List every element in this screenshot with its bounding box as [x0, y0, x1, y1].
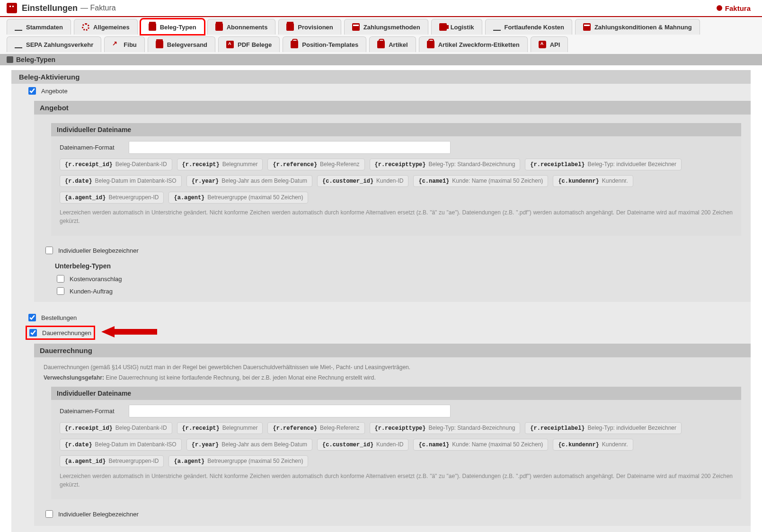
token-code: {a.agent}: [174, 458, 204, 465]
tab-label: Artikel Zweckform-Etiketten: [438, 41, 520, 48]
tab-label: Beleg-Typen: [160, 24, 196, 31]
dauerrechnung-indiv-bez-checkbox[interactable]: [45, 510, 53, 518]
tab-sepa-zahlungsverkehr[interactable]: SEPA Zahlungsverkehr: [7, 36, 101, 52]
token-desc: Beleg-Jahr aus dem Beleg-Datum: [222, 177, 307, 184]
filename-token[interactable]: {a.agent_id}Betreuergruppen-ID: [60, 455, 164, 467]
arrow-icon: [112, 41, 120, 48]
filename-token[interactable]: {a.agent_id}Betreuergruppen-ID: [60, 192, 164, 204]
token-code: {c.name1}: [418, 442, 449, 448]
tab-fibu[interactable]: Fibu: [104, 36, 144, 52]
bestellungen-checkbox[interactable]: [28, 314, 36, 321]
dauerrechnungen-highlight: Dauerrechnungen: [27, 327, 94, 339]
dauerrechnung-filename-input[interactable]: [129, 405, 451, 417]
filename-token[interactable]: {c.kundennr}Kundennr.: [553, 175, 633, 187]
filename-token[interactable]: {r.receiptlabel}Beleg-Typ: individueller…: [525, 159, 682, 170]
filename-token[interactable]: {a.agent}Betreuergruppe (maximal 50 Zeic…: [168, 455, 308, 467]
filename-token[interactable]: {r.receipttype}Beleg-Typ: Standard-Bezei…: [370, 422, 521, 434]
filename-token[interactable]: {r.receipt_id}Beleg-Datenbank-ID: [60, 159, 172, 170]
dauerrechnung-panel-title: Dauerrechnung: [34, 344, 751, 357]
tab-zahlungsmethoden[interactable]: Zahlungsmethoden: [344, 19, 428, 35]
tab-artikel[interactable]: Artikel: [369, 36, 416, 52]
angebot-sublist: Unterbeleg-Typen KostenvoranschlagKunden…: [55, 262, 741, 297]
tab-logistik[interactable]: Logistik: [431, 19, 482, 35]
filename-token[interactable]: {r.receipt}Belegnummer: [177, 422, 263, 434]
angebot-subitem-checkbox[interactable]: [57, 287, 64, 295]
token-desc: Beleg-Typ: individueller Bezeichner: [588, 161, 676, 168]
angebot-indiv-bez-checkbox[interactable]: [45, 247, 53, 254]
token-desc: Kunden-ID: [376, 177, 403, 184]
angebote-checkbox[interactable]: [28, 87, 36, 95]
filename-token[interactable]: {r.date}Beleg-Datum im Datenbank-ISO: [60, 175, 182, 187]
tab-fortlaufende-kosten[interactable]: Fortlaufende Kosten: [485, 19, 572, 35]
briefcase-icon: [149, 23, 156, 31]
bag-icon: [427, 41, 434, 48]
tab-position-templates[interactable]: Position-Templates: [283, 36, 366, 52]
angebot-subitem-checkbox[interactable]: [57, 275, 64, 283]
tab-label: Zahlungsmethoden: [363, 24, 420, 31]
filename-token[interactable]: {r.receiptlabel}Beleg-Typ: individueller…: [525, 422, 682, 434]
section-strip: Beleg-Typen: [0, 54, 762, 65]
dauerrechnung-panel: Dauerrechnung Dauerrechnungen (gemäß §14…: [34, 344, 751, 526]
briefcase-icon: [215, 23, 223, 31]
angebot-indiv-bez-label: Individueller Belegbezeichner: [58, 247, 139, 254]
tab-label: Belegversand: [167, 41, 207, 48]
tab-allgemeines[interactable]: Allgemeines: [74, 19, 138, 35]
filename-token[interactable]: {r.receipt_id}Beleg-Datenbank-ID: [60, 422, 172, 434]
token-code: {r.reference}: [273, 161, 317, 168]
tab-artikel-zweckform-etiketten[interactable]: Artikel Zweckform-Etiketten: [419, 36, 528, 52]
tabs-row-1: StammdatenAllgemeinesBeleg-TypenAbonneme…: [0, 17, 762, 36]
tab-label: Allgemeines: [93, 24, 130, 31]
filename-token[interactable]: {r.date}Beleg-Datum im Datenbank-ISO: [60, 439, 182, 451]
filename-token[interactable]: {r.year}Beleg-Jahr aus dem Beleg-Datum: [186, 439, 312, 451]
token-code: {r.receipttype}: [375, 161, 426, 168]
angebot-filename-input[interactable]: [129, 141, 451, 154]
dauerrechnungen-checkbox[interactable]: [29, 329, 37, 337]
filename-token[interactable]: {r.receipttype}Beleg-Typ: Standard-Bezei…: [370, 159, 521, 170]
angebot-sublist-header: Unterbeleg-Typen: [55, 262, 741, 270]
filename-token[interactable]: {r.year}Beleg-Jahr aus dem Beleg-Datum: [186, 175, 312, 187]
filename-token[interactable]: {r.reference}Beleg-Referenz: [267, 159, 364, 170]
filename-token[interactable]: {c.kundennr}Kundennr.: [553, 439, 633, 451]
token-desc: Betreuergruppen-ID: [108, 194, 159, 201]
filename-token[interactable]: {c.customer_id}Kunden-ID: [317, 439, 408, 451]
tab-zahlungskonditionen-mahnung[interactable]: Zahlungskonditionen & Mahnung: [575, 19, 700, 35]
angebot-subitem-label: Kostenvoranschlag: [70, 275, 122, 283]
filename-token[interactable]: {c.name1}Kunde: Name (maximal 50 Zeichen…: [413, 175, 548, 187]
filename-token[interactable]: {r.reference}Beleg-Referenz: [267, 422, 364, 434]
token-code: {r.receipt}: [182, 425, 220, 432]
filename-token[interactable]: {c.customer_id}Kunden-ID: [317, 175, 408, 187]
tab-beleg-typen[interactable]: Beleg-Typen: [141, 19, 204, 35]
token-code: {r.receipt}: [182, 161, 220, 168]
tab-abonnements[interactable]: Abonnements: [207, 19, 276, 35]
bestellungen-label: Bestellungen: [41, 314, 77, 321]
dauerrechnung-desc2: Verwechslungsgefahr: Eine Dauerrechnung …: [44, 372, 741, 383]
tab-belegversand[interactable]: Belegversand: [148, 36, 215, 52]
bestellungen-row: Bestellungen: [11, 310, 751, 325]
bag-icon: [291, 41, 298, 48]
tab-stammdaten[interactable]: Stammdaten: [7, 19, 71, 35]
token-code: {r.year}: [192, 442, 219, 448]
token-desc: Beleg-Jahr aus dem Beleg-Datum: [222, 441, 307, 448]
tab-label: Fortlaufende Kosten: [505, 24, 564, 31]
dauerrechnung-filename-block: Individueller Dateiname Dateinamen-Forma…: [51, 387, 741, 499]
card-icon: [583, 23, 591, 31]
filename-token[interactable]: {r.receipt}Belegnummer: [177, 159, 263, 170]
dauerrechnungen-label: Dauerrechnungen: [42, 329, 91, 337]
tab-provisionen[interactable]: Provisionen: [278, 19, 341, 35]
tab-api[interactable]: API: [531, 36, 568, 52]
token-code: {a.agent_id}: [65, 195, 106, 201]
tabs-row-2: SEPA ZahlungsverkehrFibuBelegversandPDF …: [0, 36, 762, 54]
dauerrechnung-filename-hint: Leerzeichen werden automatisch in Unters…: [60, 472, 733, 489]
filename-token[interactable]: {c.name1}Kunde: Name (maximal 50 Zeichen…: [413, 439, 548, 451]
angebot-subitem-row: Kunden-Auftrag: [55, 285, 741, 297]
angebot-filename-label: Dateinamen-Format: [60, 144, 121, 151]
pdf-icon: [226, 41, 234, 48]
dauerrechnung-desc1: Dauerrechnungen (gemäß §14 UStG) nutzt m…: [44, 362, 741, 372]
tab-label: Abonnements: [227, 24, 268, 31]
dauerrechnungen-row: Dauerrechnungen: [11, 325, 751, 341]
tab-pdf-belege[interactable]: PDF Belege: [218, 36, 280, 52]
token-desc: Kundennr.: [602, 177, 628, 184]
filename-token[interactable]: {a.agent}Betreuergruppe (maximal 50 Zeic…: [168, 192, 308, 204]
angebot-filename-block-title: Individueller Dateiname: [51, 123, 741, 136]
token-desc: Kunde: Name (maximal 50 Zeichen): [452, 441, 543, 448]
